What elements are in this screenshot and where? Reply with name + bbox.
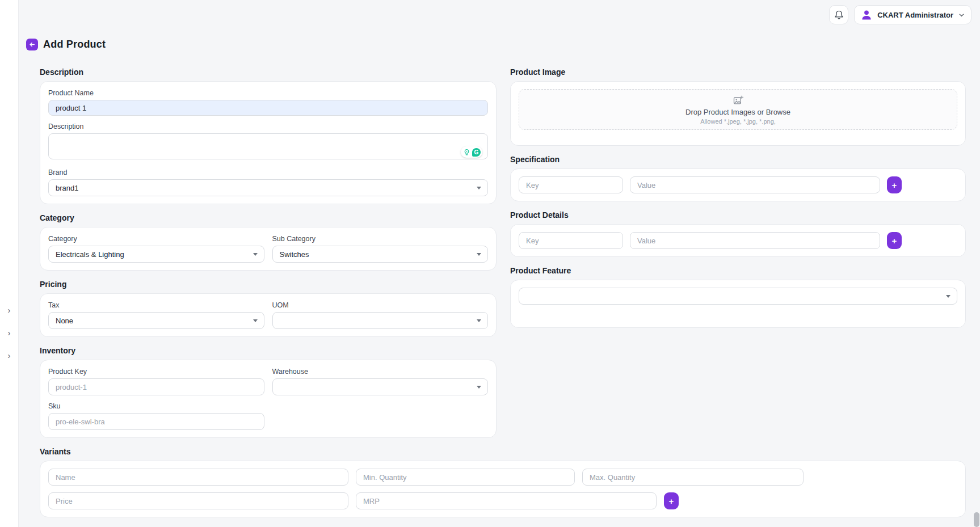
plus-icon: + xyxy=(892,237,897,245)
category-select-value: Electricals & Lighting xyxy=(56,250,124,259)
topbar: CKART Administrator xyxy=(19,0,980,24)
main-area: CKART Administrator Add Product xyxy=(19,0,980,527)
variant-name-input[interactable] xyxy=(48,469,348,486)
product-name-label: Product Name xyxy=(48,89,488,98)
chevron-right-icon: › xyxy=(8,328,11,338)
account-menu-button[interactable]: CKART Administrator xyxy=(854,5,971,24)
page-title: Add Product xyxy=(43,39,106,50)
product-feature-select[interactable] xyxy=(519,288,957,305)
page-header: Add Product xyxy=(26,38,980,50)
product-image-section: Product Image Drop Pro xyxy=(510,68,966,146)
variant-min-quantity-input[interactable] xyxy=(356,469,575,486)
bell-icon xyxy=(834,10,844,20)
warehouse-select[interactable] xyxy=(272,378,489,395)
product-key-input[interactable] xyxy=(48,378,264,395)
product-details-section: Product Details + xyxy=(510,210,966,257)
uom-label: UOM xyxy=(272,301,489,310)
caret-down-icon xyxy=(477,386,481,389)
product-feature-section: Product Feature xyxy=(510,266,966,328)
brand-select[interactable]: brand1 xyxy=(48,179,488,196)
avatar xyxy=(860,9,873,21)
product-image-heading: Product Image xyxy=(510,68,966,77)
left-column: Description Product Name Description xyxy=(40,68,497,447)
caret-down-icon xyxy=(477,253,481,256)
category-label: Category xyxy=(48,235,264,243)
product-name-input[interactable] xyxy=(48,100,488,116)
notifications-button[interactable] xyxy=(829,5,848,24)
product-details-value-input[interactable] xyxy=(630,232,880,249)
form-content: Description Product Name Description xyxy=(19,50,980,527)
caret-down-icon xyxy=(477,319,481,322)
tax-select[interactable]: None xyxy=(48,312,264,329)
sidebar-expand-toggle-2[interactable]: › xyxy=(4,328,14,338)
variant-mrp-input[interactable] xyxy=(356,492,657,509)
add-specification-button[interactable]: + xyxy=(887,176,902,193)
dropzone-text: Drop Product Images or Browse xyxy=(685,108,790,116)
caret-down-icon xyxy=(946,295,950,298)
sub-category-select[interactable]: Switches xyxy=(272,246,489,263)
plus-icon: + xyxy=(669,497,674,505)
tax-select-value: None xyxy=(56,317,73,325)
uom-select[interactable] xyxy=(272,312,489,329)
chevron-down-icon xyxy=(958,11,965,19)
inventory-heading: Inventory xyxy=(40,346,497,355)
description-textarea[interactable] xyxy=(48,133,488,159)
collapsed-sidebar: › › › xyxy=(0,0,19,527)
sub-category-select-value: Switches xyxy=(280,250,309,259)
chevron-right-icon: › xyxy=(8,305,11,315)
image-dropzone[interactable]: Drop Product Images or Browse Allowed *.… xyxy=(519,89,957,130)
sidebar-expand-toggle-1[interactable]: › xyxy=(4,305,14,315)
vertical-scrollbar-thumb[interactable] xyxy=(974,512,979,527)
specification-heading: Specification xyxy=(510,155,966,164)
specification-key-input[interactable] xyxy=(519,176,623,193)
specification-section: Specification + xyxy=(510,155,966,201)
brand-select-value: brand1 xyxy=(56,184,78,192)
pricing-section: Pricing Tax None UOM xyxy=(40,280,497,337)
chevron-right-icon: › xyxy=(8,351,11,360)
add-product-detail-button[interactable]: + xyxy=(887,232,902,249)
product-details-key-input[interactable] xyxy=(519,232,623,249)
plus-icon: + xyxy=(892,181,897,189)
add-variant-button[interactable]: + xyxy=(664,492,679,509)
category-heading: Category xyxy=(40,213,497,222)
sku-input[interactable] xyxy=(48,413,264,430)
caret-down-icon xyxy=(477,187,481,189)
account-name-label: CKART Administrator xyxy=(877,11,953,19)
grammarly-icon[interactable]: G xyxy=(472,148,481,157)
caret-down-icon xyxy=(253,319,258,322)
inventory-section: Inventory Product Key Warehouse xyxy=(40,346,497,438)
dropzone-allowed-text: Allowed *.jpeg, *.jpg, *.png, xyxy=(700,118,776,125)
description-section: Description Product Name Description xyxy=(40,68,497,204)
grammarly-widget: G xyxy=(461,146,482,158)
suggestion-bulb-icon[interactable] xyxy=(462,148,471,157)
sub-category-label: Sub Category xyxy=(272,235,489,243)
variant-price-input[interactable] xyxy=(48,492,348,509)
image-plus-icon xyxy=(733,95,744,106)
caret-down-icon xyxy=(253,253,258,256)
product-details-heading: Product Details xyxy=(510,210,966,220)
sku-label: Sku xyxy=(48,402,264,411)
description-label: Description xyxy=(48,123,488,131)
sidebar-expand-toggle-3[interactable]: › xyxy=(4,351,14,361)
warehouse-label: Warehouse xyxy=(272,368,489,376)
right-column: Product Image Drop Pro xyxy=(510,68,966,337)
category-select[interactable]: Electricals & Lighting xyxy=(48,246,264,263)
product-key-label: Product Key xyxy=(48,368,264,376)
variants-section: Variants + xyxy=(40,447,966,517)
variants-heading: Variants xyxy=(40,447,966,456)
product-feature-heading: Product Feature xyxy=(510,266,966,275)
arrow-left-icon xyxy=(28,41,36,48)
brand-label: Brand xyxy=(48,168,488,177)
tax-label: Tax xyxy=(48,301,264,310)
category-section: Category Category Electricals & Lighting… xyxy=(40,213,497,271)
pricing-heading: Pricing xyxy=(40,280,497,289)
back-button[interactable] xyxy=(26,39,38,50)
variant-max-quantity-input[interactable] xyxy=(582,469,804,486)
description-heading: Description xyxy=(40,68,497,77)
specification-value-input[interactable] xyxy=(630,176,880,193)
